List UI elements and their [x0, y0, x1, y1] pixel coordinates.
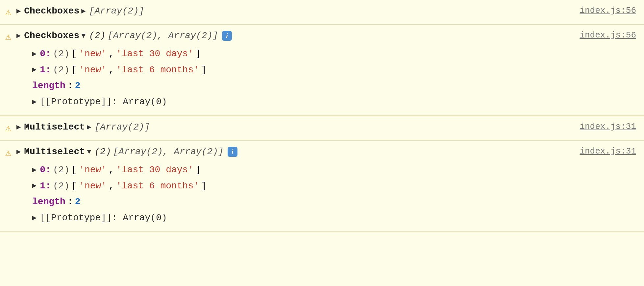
length-value: 2	[75, 79, 81, 93]
comma: ,	[109, 179, 114, 194]
bracket-open: [	[71, 63, 77, 78]
item-expand-1[interactable]: ▶	[32, 180, 37, 192]
collapse-toggle[interactable]: ▶	[16, 30, 21, 42]
prototype-text: [[Prototype]]: Array(0)	[40, 95, 167, 109]
bracket-close: ]	[195, 47, 201, 61]
array-collapse-toggle[interactable]: ▼	[87, 146, 91, 158]
warning-icon: ⚠	[5, 121, 11, 136]
bracket-close: ]	[195, 163, 201, 178]
item-expand-0[interactable]: ▶	[32, 48, 37, 60]
string-val-1-0: 'new'	[79, 63, 107, 78]
log-content-expanded: ▶ Checkboxes ▼ (2) [Array(2), Array(2)] …	[16, 29, 580, 110]
array-expand-toggle[interactable]: ▶	[87, 122, 91, 133]
info-badge[interactable]: i	[222, 31, 232, 41]
colon: :	[67, 195, 73, 209]
string-val-0-0: 'new'	[79, 47, 107, 61]
string-val-1-1: 'last 6 months'	[116, 63, 199, 78]
item-count: (2)	[53, 163, 69, 178]
expanded-content: ▶ 0: (2) [ 'new' , 'last 30 days' ] ▶ 1:…	[32, 162, 580, 226]
bracket-open: [	[71, 47, 77, 61]
collapse-toggle[interactable]: ▶	[16, 146, 21, 158]
item-count: (2)	[53, 63, 69, 78]
item-expand-0[interactable]: ▶	[32, 164, 37, 176]
comma: ,	[109, 63, 114, 78]
array-item-1: ▶ 1: (2) [ 'new' , 'last 6 months' ]	[32, 62, 580, 78]
expand-toggle[interactable]: ▶	[16, 122, 21, 133]
log-content: ▶ Checkboxes ▶ [Array(2)]	[16, 4, 580, 19]
expanded-content: ▶ 0: (2) [ 'new' , 'last 30 days' ] ▶ 1:…	[32, 46, 580, 110]
length-value: 2	[75, 195, 81, 209]
component-name: Checkboxes	[24, 29, 79, 43]
log-row-multiselect-expanded: ⚠ ▶ Multiselect ▼ (2) [Array(2), Array(2…	[0, 141, 644, 232]
string-val-0-1: 'last 30 days'	[116, 47, 193, 61]
length-label: length	[32, 79, 65, 93]
info-badge[interactable]: i	[228, 147, 237, 157]
length-label: length	[32, 195, 65, 209]
component-name: Multiselect	[24, 120, 85, 135]
log-row-checkboxes-collapsed: ⚠ ▶ Checkboxes ▶ [Array(2)] index.js:56	[0, 0, 644, 25]
array-item-0: ▶ 0: (2) [ 'new' , 'last 30 days' ]	[32, 46, 580, 62]
array-label: [Array(2), Array(2)]	[113, 145, 224, 159]
item-count: (2)	[53, 47, 69, 61]
file-link[interactable]: index.js:56	[580, 29, 636, 42]
prototype-row: ▶ [[Prototype]]: Array(0)	[32, 94, 580, 110]
item-index: 0:	[40, 47, 51, 61]
warning-icon: ⚠	[5, 145, 11, 161]
file-link[interactable]: index.js:56	[580, 4, 636, 18]
count-info: (2)	[89, 29, 106, 43]
colon: :	[67, 79, 73, 93]
array-expand-toggle[interactable]: ▶	[81, 6, 86, 17]
component-name: Checkboxes	[24, 4, 79, 19]
string-val-0-0: 'new'	[79, 163, 107, 178]
item-index: 0:	[40, 163, 51, 178]
expand-toggle[interactable]: ▶	[16, 6, 21, 17]
length-row: length : 2	[32, 78, 580, 94]
log-content: ▶ Multiselect ▶ [Array(2)]	[16, 120, 580, 135]
proto-expand[interactable]: ▶	[32, 212, 37, 224]
item-count: (2)	[53, 179, 69, 194]
log-row-checkboxes-expanded: ⚠ ▶ Checkboxes ▼ (2) [Array(2), Array(2)…	[0, 25, 644, 116]
item-index: 1:	[40, 179, 51, 194]
prototype-text: [[Prototype]]: Array(0)	[40, 211, 167, 226]
array-item-1: ▶ 1: (2) [ 'new' , 'last 6 months' ]	[32, 178, 580, 194]
item-expand-1[interactable]: ▶	[32, 64, 37, 76]
bracket-open: [	[71, 163, 77, 178]
array-label: [Array(2)]	[94, 120, 150, 135]
array-label: [Array(2), Array(2)]	[108, 29, 218, 43]
console-panel: ⚠ ▶ Checkboxes ▶ [Array(2)] index.js:56 …	[0, 0, 644, 286]
array-collapse-toggle[interactable]: ▼	[81, 30, 86, 42]
log-content-expanded: ▶ Multiselect ▼ (2) [Array(2), Array(2)]…	[16, 145, 580, 226]
comma: ,	[109, 47, 114, 61]
array-label: [Array(2)]	[89, 4, 144, 19]
string-val-1-0: 'new'	[79, 179, 107, 194]
component-name: Multiselect	[24, 145, 85, 159]
string-val-1-1: 'last 6 months'	[116, 179, 199, 194]
length-row: length : 2	[32, 194, 580, 210]
file-link[interactable]: index.js:31	[580, 120, 636, 134]
bracket-open: [	[71, 179, 77, 194]
file-link[interactable]: index.js:31	[580, 145, 636, 158]
prototype-row: ▶ [[Prototype]]: Array(0)	[32, 210, 580, 226]
log-row-multiselect-collapsed: ⚠ ▶ Multiselect ▶ [Array(2)] index.js:31	[0, 116, 644, 141]
count-info: (2)	[94, 145, 111, 159]
proto-expand[interactable]: ▶	[32, 96, 37, 108]
warning-icon: ⚠	[5, 5, 11, 20]
array-item-0: ▶ 0: (2) [ 'new' , 'last 30 days' ]	[32, 162, 580, 178]
comma: ,	[109, 163, 114, 178]
item-index: 1:	[40, 63, 51, 78]
warning-icon: ⚠	[5, 29, 11, 45]
bracket-close: ]	[201, 179, 207, 194]
string-val-0-1: 'last 30 days'	[116, 163, 193, 178]
bracket-close: ]	[201, 63, 207, 78]
